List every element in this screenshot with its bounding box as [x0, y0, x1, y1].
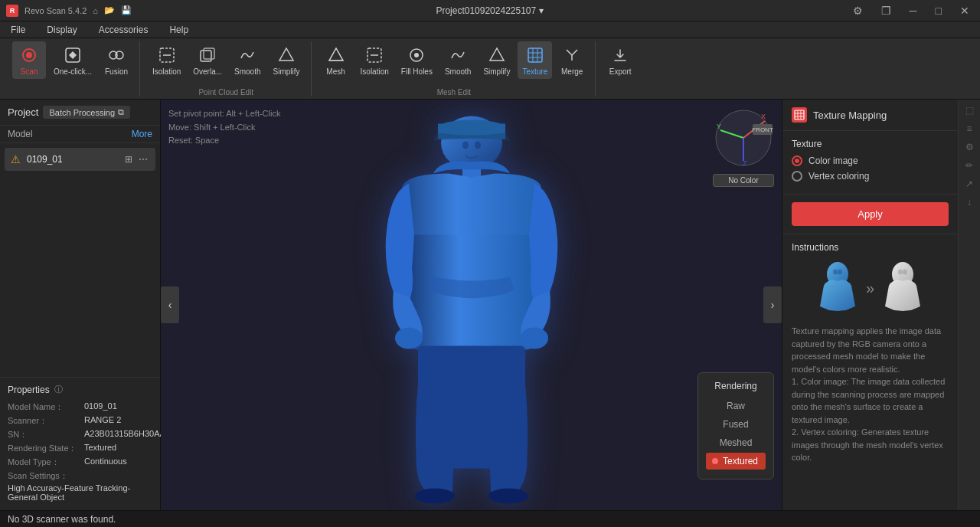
sidebar-model-row: Model More [0, 126, 160, 143]
titlebar-right: ⚙ ❐ ─ □ ✕ [848, 3, 974, 18]
smooth-mesh-icon [447, 44, 469, 66]
panel-icon-3[interactable]: ⚙ [962, 139, 977, 155]
svg-marker-9 [329, 48, 343, 61]
main-content: Project Batch Processing ⧉ Model More ⚠ … [0, 100, 980, 510]
prop-model-name: Model Name： 0109_01 [8, 401, 152, 413]
nav-arrow-right[interactable]: › [763, 286, 782, 323]
export-button[interactable]: Export [603, 41, 637, 79]
toolbar-export-group: Export [597, 41, 643, 97]
dropdown-icon[interactable]: ▾ [539, 5, 544, 16]
menu-display[interactable]: Display [42, 23, 81, 37]
bust-colored-image [815, 260, 860, 316]
vertex-coloring-radio[interactable] [792, 171, 802, 182]
panel-icon-5[interactable]: ↗ [962, 176, 977, 191]
simplify-pc-icon [276, 44, 297, 66]
no-color-button[interactable]: No Color [713, 174, 774, 187]
hint-pivot: Set pivot point: Alt + Left-Click [168, 107, 280, 121]
prop-rendering-state: Rendering State： Textured [8, 443, 152, 454]
isolation-pc-button[interactable]: Isolation [148, 41, 185, 79]
hint-reset: Reset: Space [168, 134, 280, 148]
home-icon[interactable]: ⌂ [93, 6, 98, 15]
apply-section: Apply [782, 195, 958, 234]
rendering-raw[interactable]: Raw [706, 398, 766, 414]
texture-button[interactable]: Texture [518, 41, 552, 79]
mesh-button[interactable]: Mesh [319, 41, 353, 79]
vertex-coloring-label: Vertex coloring [808, 171, 869, 182]
fusion-button[interactable]: Fusion [100, 41, 133, 79]
apply-button[interactable]: Apply [792, 202, 949, 226]
svg-line-11 [336, 48, 343, 61]
svg-marker-16 [490, 48, 504, 61]
simplify-mesh-button[interactable]: Simplify [479, 41, 514, 79]
close-icon[interactable]: ✕ [956, 3, 974, 18]
viewport-controls: X Y Z FRONT No Color [713, 107, 774, 187]
color-image-radio[interactable] [792, 155, 802, 166]
model-item-left: ⚠ 0109_01 [11, 153, 63, 165]
rendering-textured[interactable]: Textured [706, 453, 766, 470]
model-grid-icon[interactable]: ⊞ [123, 152, 134, 166]
svg-rect-6 [201, 51, 211, 61]
info-icon: ⓘ [54, 384, 63, 395]
rendering-meshed[interactable]: Meshed [706, 434, 766, 451]
sidebar-header-left: Project Batch Processing ⧉ [8, 106, 130, 119]
project-name: Project01092024225107 [436, 5, 536, 16]
rendering-panel: Rendering Raw Fused Meshed Textured [697, 372, 774, 480]
menu-help[interactable]: Help [165, 23, 193, 37]
panel-scroll-icons: ⬚ ≡ ⚙ ✏ ↗ ↓ [958, 100, 980, 510]
orientation-gizmo[interactable]: X Y Z FRONT [713, 107, 774, 169]
nav-arrow-left[interactable]: ‹ [161, 286, 179, 323]
fill-holes-icon [406, 44, 427, 66]
human-3d-model [357, 101, 586, 507]
model-more-icon[interactable]: ⋯ [137, 152, 149, 166]
svg-rect-17 [528, 48, 542, 62]
window-icon[interactable]: ❐ [877, 3, 896, 18]
panel-icon-6[interactable]: ↓ [962, 195, 977, 210]
right-panel: Texture Mapping Texture Color image Vert… [782, 100, 958, 510]
vertex-coloring-option[interactable]: Vertex coloring [792, 171, 949, 182]
svg-point-50 [838, 270, 842, 275]
isolation-mesh-button[interactable]: Isolation [356, 41, 394, 79]
viewport[interactable]: Set pivot point: Alt + Left-Click Move: … [161, 100, 782, 510]
rendering-fused[interactable]: Fused [706, 416, 766, 433]
batch-processing-button[interactable]: Batch Processing ⧉ [43, 106, 130, 119]
model-item-name[interactable]: 0109_01 [27, 154, 63, 165]
minimize-icon[interactable]: ─ [905, 3, 922, 18]
texture-icon [524, 44, 546, 66]
fill-holes-button[interactable]: Fill Holes [397, 41, 437, 79]
titlebar-center: Project01092024225107 ▾ [436, 5, 544, 16]
color-image-radio-dot [795, 159, 799, 163]
open-icon[interactable]: 📂 [104, 5, 115, 15]
smooth-mesh-button[interactable]: Smooth [440, 41, 475, 79]
maximize-icon[interactable]: □ [931, 3, 946, 18]
app-name: Revo Scan 5.4.2 [24, 6, 87, 15]
more-button[interactable]: More [132, 129, 152, 139]
one-click-button[interactable]: One-click... [49, 41, 96, 79]
toolbar-scan-group: Scan One-click... Fusion [6, 41, 140, 97]
simplify-pc-button[interactable]: Simplify [269, 41, 305, 79]
color-image-label: Color image [808, 155, 858, 166]
overlay-button[interactable]: Overla... [188, 41, 227, 79]
viewport-hints: Set pivot point: Alt + Left-Click Move: … [168, 107, 280, 148]
color-image-option[interactable]: Color image [792, 155, 949, 166]
model-label: Model [8, 129, 33, 139]
bust-white-image [880, 260, 925, 316]
one-click-icon [62, 44, 83, 66]
panel-icon-1[interactable]: ⬚ [962, 103, 977, 118]
svg-point-40 [488, 489, 528, 504]
prop-sn: SN： A23B01315B6H30AA8 [8, 429, 152, 440]
menu-file[interactable]: File [6, 23, 30, 37]
titlebar: R Revo Scan 5.4.2 ⌂ 📂 💾 Project010920242… [0, 0, 980, 21]
scan-button[interactable]: Scan [12, 41, 46, 79]
panel-icon-4[interactable]: ✏ [962, 158, 977, 173]
svg-point-37 [521, 328, 548, 349]
menu-accessories[interactable]: Accessories [94, 23, 153, 37]
texture-mapping-title: Texture Mapping [813, 110, 887, 121]
left-sidebar: Project Batch Processing ⧉ Model More ⚠ … [0, 100, 161, 510]
instruction-visual: » [792, 260, 949, 316]
save-icon[interactable]: 💾 [121, 5, 132, 15]
smooth-pc-button[interactable]: Smooth [230, 41, 265, 79]
svg-text:Z: Z [743, 159, 747, 167]
merge-button[interactable]: Merge [555, 41, 589, 79]
panel-icon-2[interactable]: ≡ [962, 121, 977, 136]
settings-icon[interactable]: ⚙ [848, 3, 867, 18]
